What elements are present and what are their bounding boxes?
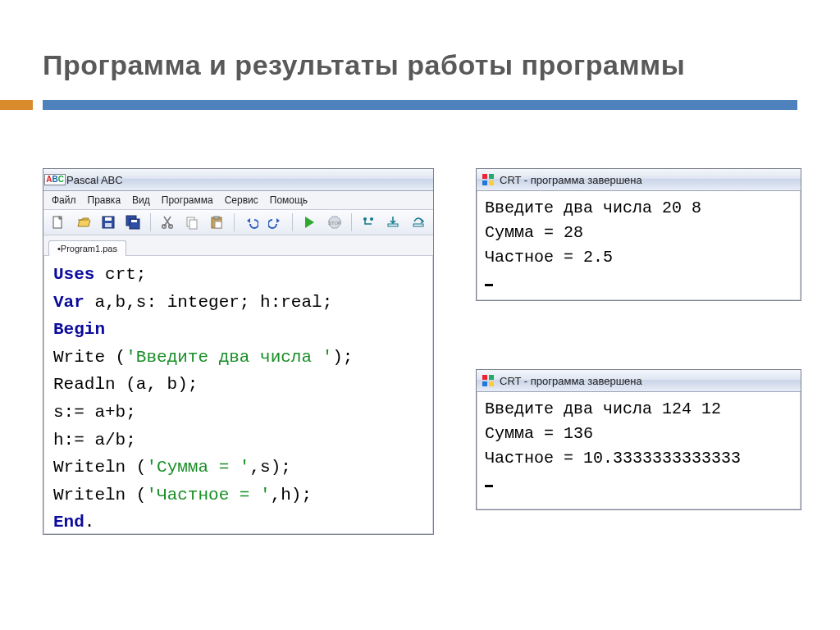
- slide-title: Программа и результаты работы программы: [43, 49, 797, 81]
- svg-rect-21: [413, 224, 423, 226]
- svg-rect-22: [482, 174, 487, 179]
- menu-help[interactable]: Помощь: [270, 194, 308, 206]
- console-output: Введите два числа 20 8 Сумма = 28 Частно…: [477, 191, 801, 304]
- svg-rect-7: [131, 220, 137, 222]
- toolbar-sep-1: [150, 213, 151, 231]
- svg-rect-25: [489, 180, 494, 185]
- menu-edit[interactable]: Правка: [88, 194, 121, 206]
- console-output: Введите два числа 124 12 Сумма = 136 Час…: [477, 392, 801, 505]
- code-uses: crt;: [94, 265, 146, 284]
- code-editor[interactable]: Uses crt; Var a,b,s: integer; h:real; Be…: [43, 256, 433, 548]
- svg-rect-11: [189, 220, 197, 229]
- svg-rect-23: [489, 174, 494, 179]
- toolbar-sep-4: [351, 213, 352, 231]
- paste-icon[interactable]: [207, 212, 226, 232]
- new-file-icon[interactable]: [48, 212, 68, 232]
- svg-rect-29: [489, 381, 494, 386]
- redo-icon[interactable]: [266, 212, 285, 232]
- copy-icon[interactable]: [182, 212, 202, 232]
- save-all-icon[interactable]: [123, 212, 143, 232]
- crt-output-window-2: CRT - программа завершена Введите два чи…: [476, 369, 801, 510]
- code-l5: Readln (a, b);: [53, 375, 198, 394]
- slide: Программа и результаты работы программы …: [0, 0, 840, 630]
- code-l4a: Write (: [53, 348, 126, 367]
- tab-program1[interactable]: •Program1.pas: [48, 240, 126, 256]
- code-end-dot: .: [84, 513, 95, 532]
- kw-end: End: [53, 513, 84, 532]
- step-trace-icon[interactable]: [358, 212, 378, 232]
- toolbar: STOP: [43, 210, 433, 235]
- code-l8b: ,s);: [249, 458, 290, 477]
- window-title-text: CRT - программа завершена: [500, 174, 642, 186]
- menu-service[interactable]: Сервис: [225, 194, 258, 206]
- menu-program[interactable]: Программа: [162, 194, 213, 206]
- window-title-bar[interactable]: CRT - программа завершена: [477, 169, 801, 191]
- code-l4s: 'Введите два числа ': [126, 348, 332, 367]
- accent-orange: [0, 100, 33, 110]
- undo-icon[interactable]: [241, 212, 261, 232]
- kw-var: Var: [53, 293, 84, 312]
- out2-l2: Сумма = 136: [485, 424, 593, 443]
- svg-rect-27: [489, 375, 494, 380]
- kw-uses: Uses: [53, 265, 94, 284]
- code-l9b: ,h);: [271, 486, 312, 504]
- slide-title-band: Программа и результаты работы программы: [43, 49, 797, 81]
- step-over-icon[interactable]: [409, 212, 428, 232]
- toolbar-sep-2: [234, 213, 235, 231]
- window-title-bar[interactable]: CRT - программа завершена: [477, 370, 801, 392]
- code-var: a,b,s: integer; h:real;: [84, 293, 332, 312]
- tab-bar: •Program1.pas: [43, 235, 433, 256]
- svg-rect-26: [482, 375, 487, 380]
- toolbar-sep-3: [292, 213, 293, 231]
- svg-rect-3: [105, 217, 112, 221]
- cursor-icon: [485, 485, 493, 487]
- save-icon[interactable]: [98, 212, 118, 232]
- stop-icon[interactable]: STOP: [325, 212, 345, 232]
- menu-bar[interactable]: Файл Правка Вид Программа Сервис Помощь: [43, 191, 433, 210]
- code-l8s: 'Сумма = ': [146, 458, 249, 477]
- accent-blue: [43, 100, 797, 110]
- window-title-bar[interactable]: ABC Pascal ABC: [43, 169, 433, 191]
- window-title-text: CRT - программа завершена: [500, 375, 642, 387]
- out2-l1: Введите два числа 124 12: [485, 399, 721, 418]
- menu-view[interactable]: Вид: [132, 194, 150, 206]
- cursor-icon: [485, 284, 493, 286]
- out1-l3: Частное = 2.5: [485, 248, 613, 267]
- svg-rect-14: [215, 221, 221, 228]
- crt-icon: [482, 374, 495, 387]
- step-into-icon[interactable]: [383, 212, 403, 232]
- menu-file[interactable]: Файл: [52, 194, 76, 206]
- svg-rect-24: [482, 180, 487, 185]
- code-l7: h:= a/b;: [53, 431, 136, 450]
- kw-begin: Begin: [53, 320, 105, 339]
- svg-text:STOP: STOP: [328, 221, 341, 226]
- window-title-text: Pascal ABC: [66, 174, 123, 186]
- app-icon: ABC: [48, 173, 62, 186]
- out1-l1: Введите два числа 20 8: [485, 199, 701, 217]
- svg-point-19: [370, 217, 373, 221]
- code-l9a: Writeln (: [53, 486, 146, 504]
- svg-point-18: [363, 217, 367, 221]
- code-l9s: 'Частное = ': [146, 486, 270, 504]
- crt-icon: [482, 173, 495, 186]
- out2-l3: Частное = 10.3333333333333: [485, 449, 741, 468]
- code-l4b: );: [332, 348, 353, 367]
- svg-rect-28: [482, 381, 487, 386]
- svg-rect-4: [105, 223, 112, 227]
- svg-marker-15: [305, 217, 314, 228]
- code-l6: s:= a+b;: [53, 403, 136, 422]
- open-file-icon[interactable]: [73, 212, 93, 232]
- out1-l2: Сумма = 28: [485, 223, 583, 242]
- svg-rect-20: [388, 224, 398, 226]
- run-icon[interactable]: [299, 212, 319, 232]
- svg-rect-13: [214, 217, 219, 219]
- cut-icon[interactable]: [157, 212, 176, 232]
- code-l8a: Writeln (: [53, 458, 146, 477]
- crt-output-window-1: CRT - программа завершена Введите два чи…: [476, 168, 801, 301]
- pascal-editor-window: ABC Pascal ABC Файл Правка Вид Программа…: [43, 168, 434, 535]
